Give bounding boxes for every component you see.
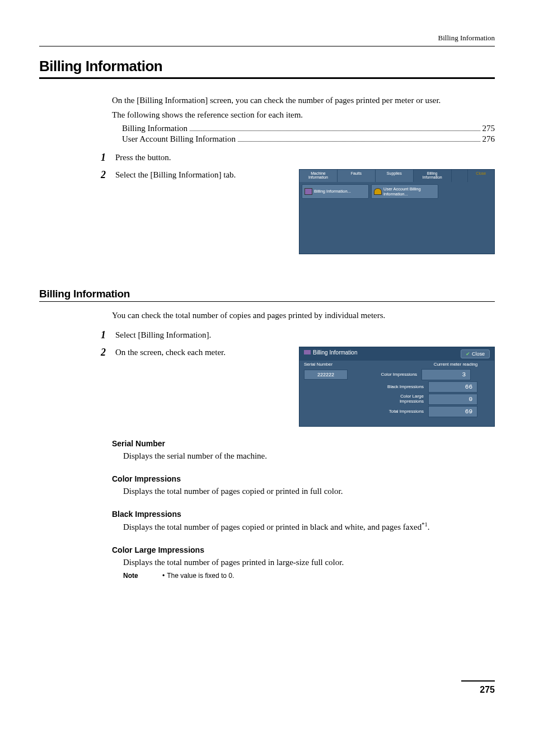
item-heading: Color Impressions xyxy=(112,474,495,483)
ss-meter-label: Total Impressions xyxy=(357,409,426,414)
ss-meter-value: 69 xyxy=(428,406,477,417)
screenshot-billing-details: Billing Information✔CloseSerial NumberCu… xyxy=(299,347,495,427)
ss-header-serial: Serial Number xyxy=(304,362,354,367)
ss-meter-label: Color Impressions xyxy=(350,372,419,377)
meter-icon xyxy=(304,350,311,354)
toc-row: Billing Information275 xyxy=(122,124,495,133)
page-number: 275 xyxy=(461,680,495,695)
sub-heading: Billing Information xyxy=(39,288,495,300)
step-text: Select the [Billing Information] tab. xyxy=(115,169,288,180)
step-text: On the screen, check each meter. xyxy=(115,347,288,357)
step-text: Select [Billing Information]. xyxy=(115,329,495,340)
bullet-icon: • xyxy=(162,572,165,580)
intro-para-2: The following shows the reference sectio… xyxy=(112,109,495,122)
item-heading: Color Large Impressions xyxy=(112,545,495,554)
step-number: 2 xyxy=(101,169,115,181)
ss-tab[interactable]: Faults xyxy=(338,170,376,182)
note-text: •The value is fixed to 0. xyxy=(162,572,234,580)
ss-title: Billing Information xyxy=(304,349,357,358)
toc-label: Billing Information xyxy=(122,124,188,133)
ss-meter-label: Color LargeImpressions xyxy=(357,394,426,404)
ss-meter-label: Black Impressions xyxy=(357,385,426,390)
item-body: Displays the total number of pages copie… xyxy=(123,486,495,497)
sub-intro: You can check the total number of copies… xyxy=(112,310,495,322)
step-text: Press the button. xyxy=(115,152,495,162)
ss-meter-value: 0 xyxy=(428,394,477,405)
step-number: 1 xyxy=(101,329,115,341)
ss-header-reading: Current meter reading xyxy=(421,362,490,367)
ss-meter-row: Black Impressions66 xyxy=(304,381,490,393)
ss-meter-value: 66 xyxy=(428,381,477,393)
ss-tab-spacer xyxy=(452,170,468,182)
toc-row: User Account Billing Information276 xyxy=(122,134,495,144)
step-number: 1 xyxy=(101,152,115,164)
toc-page: 276 xyxy=(483,134,495,144)
item-body: Displays the total number of pages copie… xyxy=(123,521,495,533)
ss-close-btn[interactable]: ✔Close xyxy=(461,349,490,358)
toc-page: 275 xyxy=(483,124,495,133)
ss-meter-row: Total Impressions69 xyxy=(304,406,490,417)
ss-meter-row: 222222Color Impressions3 xyxy=(304,369,490,380)
item-heading: Serial Number xyxy=(112,439,495,448)
main-heading: Billing Information xyxy=(39,58,495,75)
item-body: Displays the total number of pages print… xyxy=(123,557,495,568)
note-label: Note xyxy=(123,572,162,580)
screenshot-billing-tabs: MachineInformationFaultsSuppliesBillingI… xyxy=(299,169,495,254)
sub-rule xyxy=(39,301,495,302)
item-body: Displays the serial number of the machin… xyxy=(123,450,495,462)
ss-serial-value: 222222 xyxy=(304,370,348,380)
ss-tab[interactable]: MachineInformation xyxy=(299,170,338,182)
ss-meter-value: 3 xyxy=(421,369,471,380)
toc-label: User Account Billing Information xyxy=(122,134,236,144)
check-icon: ✔ xyxy=(466,351,470,357)
step-number: 2 xyxy=(101,347,115,358)
heavy-rule xyxy=(39,77,495,79)
intro-para-1: On the [Billing Information] screen, you… xyxy=(112,95,495,107)
ss-meter-row: Color LargeImpressions0 xyxy=(304,394,490,405)
running-header: Billing Information xyxy=(39,34,495,43)
ss-billing-info-btn[interactable]: Billing Information... xyxy=(302,184,369,199)
meter-icon xyxy=(305,188,312,195)
item-heading: Black Impressions xyxy=(112,510,495,519)
note-row: Note•The value is fixed to 0. xyxy=(123,572,495,580)
footnote-ref: *1 xyxy=(421,521,428,528)
ss-tab[interactable]: BillingInformation xyxy=(414,170,452,182)
person-icon xyxy=(374,188,382,195)
toc-leader-dots xyxy=(190,124,480,131)
ss-tab[interactable]: Supplies xyxy=(376,170,414,182)
toc-leader-dots xyxy=(238,134,480,142)
ss-user-account-btn[interactable]: User Account BillingInformation... xyxy=(371,184,438,199)
ss-close[interactable]: Close xyxy=(468,170,494,182)
top-rule xyxy=(39,46,495,46)
